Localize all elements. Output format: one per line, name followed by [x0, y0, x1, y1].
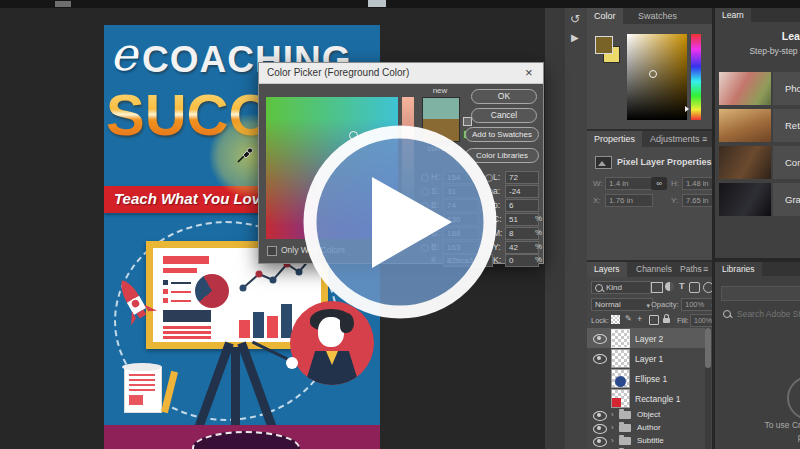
tab-color[interactable]: Color	[587, 8, 623, 24]
layer-row-hidden[interactable]: Rectangle 1	[587, 388, 705, 408]
learn-panel: Learn Learn Photoshop Step-by-step tutor…	[715, 8, 800, 258]
top-chrome-tab-light[interactable]	[368, 0, 386, 7]
layer-name[interactable]: Ellipse 1	[635, 374, 667, 384]
tab-adjustments[interactable]: Adjustments	[643, 131, 707, 147]
tab-learn[interactable]: Learn	[715, 8, 751, 22]
tab-layers[interactable]: Layers	[587, 262, 627, 277]
lab-b-value[interactable]: 6	[505, 199, 539, 212]
group-name[interactable]: Subtitle	[637, 436, 664, 445]
layer-row-selected[interactable]: Layer 2	[587, 328, 705, 348]
layer-row[interactable]: Layer 1	[587, 348, 705, 368]
tab-libraries[interactable]: Libraries	[715, 262, 762, 276]
learn-item-thumbnail[interactable]	[719, 72, 771, 105]
collapsed-panel-dock: ↺ ▶	[565, 8, 588, 449]
visibility-eye-icon[interactable]	[593, 424, 607, 434]
board-legend-2-line	[171, 291, 191, 293]
group-name[interactable]: Object	[637, 410, 660, 419]
visibility-eye-icon[interactable]	[593, 354, 607, 364]
layers-scrollbar-thumb[interactable]	[705, 328, 711, 368]
expand-chevron-icon[interactable]: ›	[611, 437, 614, 445]
y-value[interactable]: 7.65 in	[682, 194, 712, 207]
properties-panel: Properties Adjustments ≡ Pixel Layer Pro…	[587, 131, 712, 260]
learn-item[interactable]: Photography	[773, 72, 800, 105]
w-value[interactable]: 1.4 in	[605, 177, 653, 190]
layer-name[interactable]: Layer 1	[635, 354, 663, 364]
expand-chevron-icon[interactable]: ›	[611, 411, 614, 419]
lock-all-icon[interactable]	[663, 318, 670, 323]
color-panel-field[interactable]	[627, 34, 687, 120]
color-panel-hue-slider[interactable]	[691, 34, 701, 120]
opacity-value[interactable]: 100% ▾	[681, 298, 712, 311]
layer-name[interactable]: Rectangle 1	[635, 394, 680, 404]
learn-item[interactable]: Retouching	[773, 109, 800, 142]
h-value[interactable]: 1.48 in	[682, 177, 712, 190]
filter-shape-icon[interactable]	[689, 282, 700, 293]
expand-chevron-icon[interactable]: ›	[611, 424, 614, 432]
visibility-eye-icon[interactable]	[593, 411, 607, 421]
libraries-search-input[interactable]	[735, 306, 800, 321]
tab-properties[interactable]: Properties	[587, 131, 642, 147]
history-panel-icon[interactable]: ↺	[570, 12, 580, 26]
tab-channels[interactable]: Channels	[629, 262, 679, 277]
only-web-colors-checkbox[interactable]	[267, 246, 277, 256]
m-value[interactable]: 8	[505, 227, 539, 240]
group-row[interactable]: › Object	[587, 408, 705, 421]
video-play-button[interactable]	[290, 110, 510, 334]
learn-item-thumbnail[interactable]	[719, 146, 771, 179]
lock-artboard-icon[interactable]	[649, 315, 659, 325]
kind-filter-select[interactable]: Kind	[591, 281, 651, 294]
library-select[interactable]	[721, 286, 800, 301]
learn-item[interactable]: Combining Images	[773, 146, 800, 179]
tab-swatches[interactable]: Swatches	[631, 8, 684, 24]
visibility-eye-icon[interactable]	[593, 437, 607, 447]
layer-thumbnail[interactable]	[611, 369, 630, 388]
lock-transparency-icon[interactable]	[611, 315, 620, 324]
k-unit: %	[535, 255, 542, 264]
actions-panel-icon[interactable]: ▶	[571, 32, 579, 43]
layer-thumbnail[interactable]	[611, 329, 630, 348]
close-icon[interactable]: ×	[525, 65, 533, 80]
k-value[interactable]: 0	[505, 254, 539, 267]
layer-thumbnail[interactable]	[611, 389, 630, 408]
filter-smart-icon[interactable]	[703, 282, 712, 293]
layer-thumbnail[interactable]	[611, 349, 630, 368]
properties-menu-icon[interactable]: ≡	[702, 134, 707, 144]
l-value[interactable]: 72	[505, 171, 539, 184]
dialog-titlebar[interactable]: Color Picker (Foreground Color) ×	[259, 63, 543, 84]
learn-item-thumbnail[interactable]	[719, 183, 771, 216]
layers-menu-icon[interactable]: ≡	[703, 264, 708, 274]
x-label: X:	[593, 196, 601, 205]
filter-adjustment-icon[interactable]	[665, 282, 674, 291]
lock-move-icon[interactable]: +	[637, 314, 642, 324]
group-row[interactable]: › Subtitle	[587, 434, 705, 447]
layer-name[interactable]: Layer 2	[635, 334, 663, 344]
group-name[interactable]: Author	[637, 423, 661, 432]
color-panel: Color Swatches	[587, 8, 712, 129]
group-row[interactable]: › Author	[587, 421, 705, 434]
foreground-color-swatch[interactable]	[595, 36, 613, 54]
layer-row-hidden[interactable]: Ellipse 1	[587, 368, 705, 388]
c-value[interactable]: 51	[505, 213, 539, 226]
hue-slider-marker[interactable]	[685, 106, 689, 112]
x-value[interactable]: 1.76 in	[605, 194, 653, 207]
dialog-title: Color Picker (Foreground Color)	[267, 67, 409, 78]
a-value[interactable]: -24	[505, 185, 539, 198]
blend-mode-select[interactable]: Normal ▾	[591, 298, 653, 311]
visibility-eye-icon[interactable]	[593, 334, 607, 344]
ok-button[interactable]: OK	[471, 89, 537, 104]
filter-type-icon[interactable]: T	[679, 281, 685, 291]
top-chrome-tab[interactable]	[55, 1, 71, 7]
group-folder-icon	[619, 437, 631, 445]
filter-pixel-icon[interactable]	[651, 282, 663, 293]
learn-item-label: Photography	[785, 83, 800, 94]
color-panel-field-marker[interactable]	[649, 70, 657, 78]
opacity-value-text: 100%	[685, 300, 704, 309]
learn-item-thumbnail[interactable]	[719, 109, 771, 142]
learn-item[interactable]: Graphic Design	[773, 183, 800, 216]
fill-value[interactable]: 100%	[690, 314, 712, 327]
link-dimensions-icon[interactable]: ∞	[651, 177, 667, 190]
y-value[interactable]: 42	[505, 241, 539, 254]
board-legend-3-line	[171, 300, 191, 302]
lock-paint-icon[interactable]: ✎	[625, 314, 632, 323]
board-navy-block	[163, 310, 211, 322]
